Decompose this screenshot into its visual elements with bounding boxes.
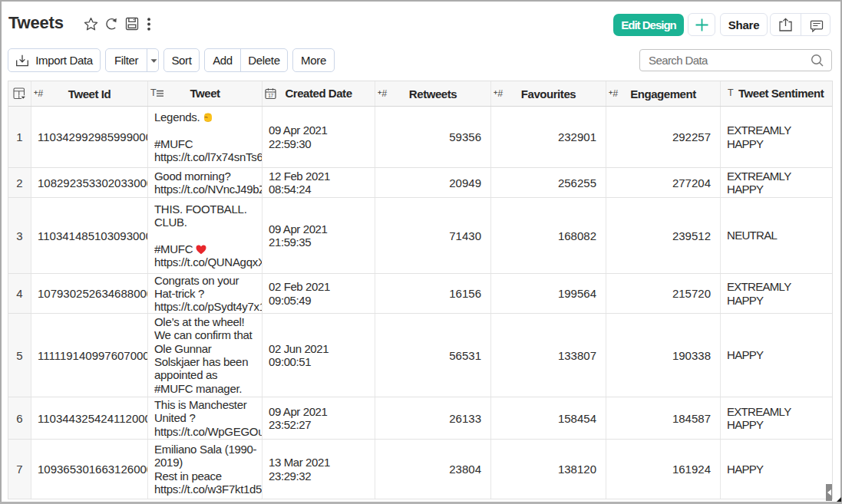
svg-text:17: 17: [268, 93, 273, 98]
